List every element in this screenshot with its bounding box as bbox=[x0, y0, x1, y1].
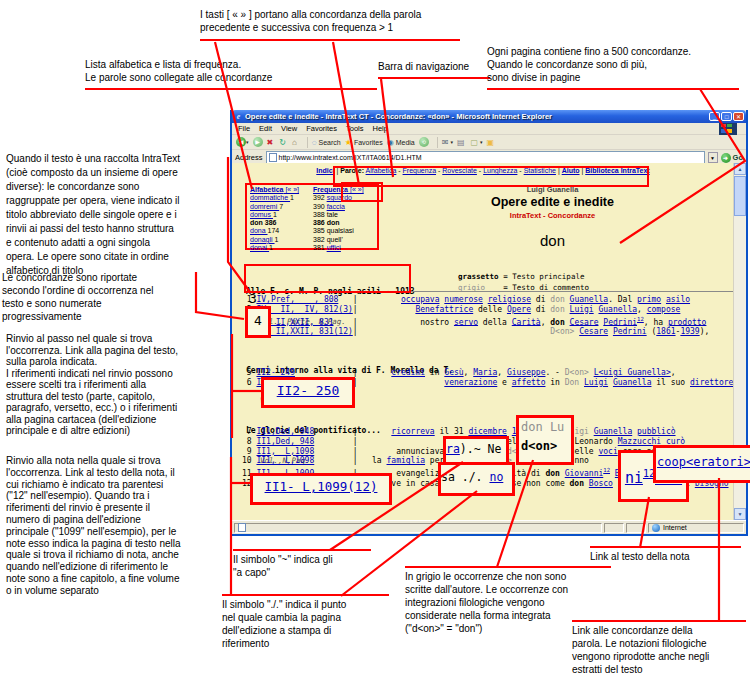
close-button[interactable]: ✕ bbox=[733, 112, 744, 121]
windows-logo-icon bbox=[719, 123, 737, 135]
work-title: Opere edite e inedite bbox=[380, 195, 725, 209]
menu-view[interactable]: View bbox=[281, 124, 297, 133]
internet-zone-icon bbox=[652, 524, 660, 532]
back-button[interactable]: ◀▾ bbox=[236, 137, 249, 147]
refresh-icon[interactable]: ↻ bbox=[279, 138, 288, 147]
menu-edit[interactable]: Edit bbox=[259, 124, 272, 133]
keyword-title: don bbox=[380, 232, 725, 249]
note-tilde-symbol: Il simbolo "~" indica gli "a capo" bbox=[233, 549, 371, 579]
magnified-row-number-4: 4 bbox=[245, 306, 271, 338]
messenger-icon[interactable]: ▣ bbox=[487, 138, 497, 147]
magnified-coop-notation[interactable]: coop<eratori> bbox=[653, 445, 750, 483]
note-footnote-link: Rinvio alla nota nella quale si trova l'… bbox=[6, 455, 234, 597]
document-icon bbox=[238, 523, 246, 532]
media-button[interactable]: ◉Media bbox=[387, 138, 415, 147]
word-list-item[interactable]: don 386 bbox=[250, 219, 299, 227]
concordance-row: 4 IV, II,XXII, 831(12)| D<on> Cesare Ped… bbox=[242, 327, 709, 337]
favorites-button[interactable]: ★Favorites bbox=[345, 138, 383, 147]
status-bar: Internet bbox=[232, 520, 746, 534]
note-navigation-bar: Barra di navigazione bbox=[378, 60, 490, 79]
prev-next-word-buttons[interactable]: [« »] bbox=[283, 186, 299, 193]
menu-file[interactable]: File bbox=[238, 124, 250, 133]
note-passage-link: Rinvio al passo nel quale si trova l'occ… bbox=[6, 333, 232, 437]
forward-button[interactable]: ▶ bbox=[253, 137, 263, 147]
highlight-section-title bbox=[244, 264, 411, 293]
minimize-button[interactable]: _ bbox=[709, 112, 720, 121]
menu-bar: File Edit View Favorites Tools Help bbox=[232, 123, 746, 135]
passage-reference-link[interactable]: II1, L,1098 bbox=[256, 447, 314, 456]
word-list-item[interactable]: donagli 1 bbox=[250, 236, 299, 244]
address-label: Address bbox=[235, 153, 263, 162]
annotated-screenshot-canvas: I tasti [ « » ] portano alla concordanza… bbox=[0, 0, 750, 690]
word-list-item[interactable]: dommatiche 1 bbox=[250, 194, 299, 202]
passage-reference-link[interactable]: II1,Ded, 948 bbox=[256, 437, 314, 446]
menu-favorites[interactable]: Favorites bbox=[306, 124, 337, 133]
concordance-row: 2 IV, II, IV, 812(3)| Benefattrice delle… bbox=[242, 305, 709, 315]
passage-reference-link[interactable]: IV,Pref, , 808 bbox=[256, 295, 338, 304]
maximize-button[interactable]: □ bbox=[721, 112, 732, 121]
magnified-row-number-3: 3 bbox=[249, 291, 257, 306]
word-list-item[interactable]: domremi 7 bbox=[250, 203, 299, 211]
note-collection: Quando il testo è una raccolta IntraText… bbox=[6, 152, 234, 278]
note-page-size: Ogni pagina contiene fino a 500 concorda… bbox=[487, 45, 739, 90]
intratext-concordanze-label: IntraText - Concordanze bbox=[380, 211, 725, 220]
word-list-item[interactable]: 381 uffici bbox=[313, 244, 364, 252]
note-word-concordance-link: Link alle concordanze della parola. Le n… bbox=[572, 620, 746, 676]
go-button[interactable]: ➜Go bbox=[721, 153, 743, 163]
word-list-item[interactable]: donai 1 bbox=[250, 244, 299, 252]
word-list-item[interactable]: 382 quell' bbox=[313, 236, 364, 244]
title-bar[interactable]: e Opere edite e inedite - IntraText CT -… bbox=[232, 110, 746, 123]
note-order: Le concordanze sono riportate secondo l'… bbox=[2, 271, 202, 323]
note-word-lists: Lista alfabetica e lista di frequenza. L… bbox=[85, 58, 377, 90]
concordance-rows-1[interactable]: 1 IV,Pref, , 808 | occupava numerose rel… bbox=[242, 295, 709, 337]
mail-icon[interactable]: ✉▾ bbox=[442, 138, 453, 147]
magnified-don-notation: don Lu d<on> bbox=[516, 415, 574, 465]
note-prev-next-keys: I tasti [ « » ] portano alla concordanza… bbox=[200, 8, 460, 41]
magnified-pagebreak-symbol: sa ./. no bbox=[438, 462, 515, 496]
toolbar-separator bbox=[437, 137, 438, 148]
alphabetical-list[interactable]: Alfabetica [« »]dommatiche 1domremi 7dom… bbox=[250, 186, 299, 252]
window-title: Opere edite e inedite - IntraText CT - C… bbox=[243, 112, 708, 121]
passage-reference-link[interactable]: II1,Ded, 948 bbox=[256, 427, 314, 436]
scrollbar-thumb[interactable] bbox=[734, 176, 746, 216]
note-note-text-link: Link al testo della nota bbox=[590, 546, 741, 563]
search-button[interactable]: ◌Search bbox=[312, 138, 341, 147]
status-zone: Internet bbox=[663, 524, 687, 531]
home-icon[interactable]: ⌂ bbox=[292, 138, 299, 147]
scroll-up-icon[interactable]: ▲ bbox=[734, 163, 746, 175]
word-list-item[interactable]: domus 1 bbox=[250, 211, 299, 219]
magnified-reference-II1-L-1099[interactable]: II1- L,1099(12) bbox=[250, 473, 392, 505]
edit-icon[interactable]: ▢▾ bbox=[471, 138, 483, 147]
concordance-row: 3 IV, II,XXII, 831 | nostro servo della … bbox=[242, 315, 709, 327]
word-list-item[interactable]: 388 tale bbox=[313, 211, 364, 219]
scroll-down-icon[interactable]: ▼ bbox=[734, 508, 746, 520]
address-dropdown[interactable]: ▼ bbox=[708, 152, 718, 163]
word-list-item[interactable]: 390 faccia bbox=[313, 203, 364, 211]
concordance-row: 1 IV,Pref, , 808 | occupava numerose rel… bbox=[242, 295, 709, 305]
word-list-item[interactable]: dona 174 bbox=[250, 227, 299, 235]
print-icon[interactable]: ▤ bbox=[457, 138, 467, 147]
history-icon[interactable]: ⟲ bbox=[419, 137, 429, 147]
page-icon bbox=[269, 153, 277, 162]
passage-reference-link[interactable]: II2- 249 bbox=[256, 368, 295, 377]
ie-page-icon: e bbox=[234, 112, 243, 121]
menu-help[interactable]: Help bbox=[373, 124, 388, 133]
note-pagebreak-symbol: Il simbolo "./." indica il punto nel qua… bbox=[222, 594, 389, 650]
word-list-item[interactable]: 386 don bbox=[313, 219, 364, 227]
toolbar: ◀▾ ▶ ✖ ↻ ⌂ ◌Search ★Favorites ◉Media ⟲ ✉… bbox=[232, 135, 746, 150]
magnified-reference-II2-250[interactable]: II2- 250 bbox=[261, 377, 355, 408]
highlight-prev-next-buttons bbox=[341, 182, 383, 202]
toolbar-separator bbox=[307, 137, 308, 148]
page-header: Luigi Guanella Opere edite e inedite Int… bbox=[380, 185, 725, 249]
menu-tools[interactable]: Tools bbox=[346, 124, 364, 133]
word-list-item[interactable]: 385 qualsiasi bbox=[313, 227, 364, 235]
stop-icon[interactable]: ✖ bbox=[267, 138, 276, 147]
passage-reference-link[interactable]: II1, L,1098 bbox=[256, 456, 314, 465]
